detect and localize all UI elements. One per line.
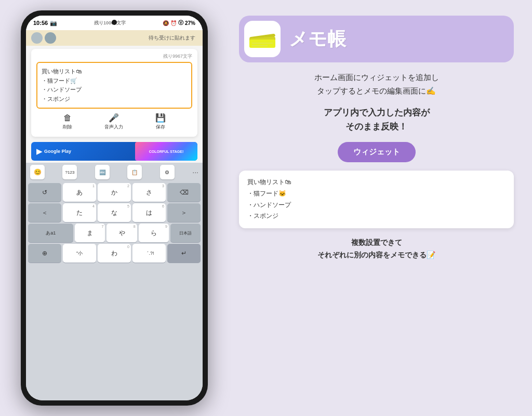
widget-preview: 買い物リスト🛍 ・猫フード🐱 ・ハンドソープ ・スポンジ (239, 171, 514, 228)
app-icon (244, 21, 281, 57)
translate-toolbar-btn[interactable]: 🔤 (95, 165, 110, 179)
key-sa[interactable]: 3さ (132, 183, 166, 202)
key-ra[interactable]: 9ら (139, 224, 169, 242)
voice-input-button[interactable]: 🎤 音声入力 (104, 113, 123, 131)
key-row-2: ＜ 4た 5な 6は ＞ (28, 203, 201, 222)
memo-char-count: 残り9967文字 (36, 53, 192, 60)
svg-rect-2 (249, 40, 275, 48)
feature-text-2: アプリ内で入力した内容が そのまま反映！ (239, 106, 514, 134)
settings-toolbar-btn[interactable]: ⚙ (160, 165, 175, 179)
key-left[interactable]: ＜ (28, 203, 61, 222)
key-ha[interactable]: 6は (132, 203, 166, 222)
keyboard-toolbar: 😊 ?123 🔤 📋 ⚙ ··· (26, 163, 203, 181)
app-title: メモ帳 (289, 27, 346, 52)
wallpaper-label: 待ち受けに貼れます (149, 34, 195, 42)
trash-icon: 🗑 (63, 113, 72, 123)
memo-container: 残り9967文字 買い物リスト🛍 ・猫フード🛒 ・ハンドソープ ・スポンジ 🗑 … (31, 49, 197, 137)
key-a[interactable]: 1あ (63, 183, 96, 202)
avatars (31, 32, 56, 44)
save-button[interactable]: 💾 保存 (155, 113, 166, 131)
memo-actions: 🗑 削除 🎤 音声入力 💾 保存 (36, 109, 192, 133)
key-row-4: ⊕ "小 0わ ゛.?! ↵ (28, 244, 201, 263)
phone-screen: 10:56 📷 残り10000文字 🔕 ⏰ Ⓥ 27% 待ち受けに貼れます (26, 16, 203, 400)
key-row-3: あa1 7ま 8や 9ら 日本語 (28, 224, 201, 242)
avatar-1 (31, 32, 43, 44)
key-ma[interactable]: 7ま (75, 224, 105, 242)
colorful-stage-ad: COLORFUL STAGE! (135, 142, 197, 161)
info-section: メモ帳 ホーム画面にウィジェットを追加し タップするとメモの編集画面に✍ アプリ… (229, 0, 532, 416)
status-icons: 🔕 ⏰ Ⓥ 27% (163, 19, 195, 27)
app-header: 待ち受けに貼れます (26, 30, 203, 46)
memo-textarea[interactable]: 買い物リスト🛍 ・猫フード🛒 ・ハンドソープ ・スポンジ (36, 62, 192, 109)
key-enter[interactable]: ↵ (167, 244, 201, 263)
google-play-banner[interactable]: ▶ Google Play COLORFUL STAGE! (31, 142, 197, 161)
key-wa[interactable]: 0わ (98, 244, 131, 263)
toolbar-more[interactable]: ··· (192, 168, 198, 176)
status-time: 10:56 📷 (33, 20, 57, 27)
remaining-chars-top: 残り10000文字 (94, 20, 126, 27)
widget-button[interactable]: ウィジェット (338, 142, 416, 162)
app-title-row: メモ帳 (239, 16, 514, 62)
mic-icon: 🎤 (109, 113, 119, 123)
feature-text-1: ホーム画面にウィジェットを追加し タップするとメモの編集画面に✍ (239, 71, 514, 97)
save-icon: 💾 (155, 113, 166, 123)
key-na[interactable]: 5な (98, 203, 131, 222)
bottom-text: 複数設置できて それぞれに別の内容をメモできる📝 (239, 237, 514, 262)
key-jp[interactable]: 日本語 (170, 224, 201, 242)
delete-button[interactable]: 🗑 削除 (63, 113, 72, 131)
clipboard-toolbar-btn[interactable]: 📋 (127, 165, 142, 179)
key-ta[interactable]: 4た (63, 203, 96, 222)
emoji-toolbar-btn[interactable]: 😊 (30, 165, 45, 179)
key-mode[interactable]: あa1 (28, 224, 73, 242)
google-play-logo: ▶ Google Play (36, 147, 71, 155)
key-row-1: ↺ 1あ 2か 3さ ⌫ (28, 183, 201, 202)
key-ka[interactable]: 2か (98, 183, 131, 202)
symbols-toolbar-btn[interactable]: ?123 (62, 165, 77, 179)
phone-section: 10:56 📷 残り10000文字 🔕 ⏰ Ⓥ 27% 待ち受けに貼れます (0, 0, 229, 416)
key-small[interactable]: "小 (63, 244, 96, 263)
key-punct[interactable]: ゛.?! (132, 244, 166, 263)
japanese-keyboard: ↺ 1あ 2か 3さ ⌫ ＜ 4た (26, 181, 203, 400)
key-refresh[interactable]: ↺ (28, 183, 61, 202)
avatar-2 (45, 32, 56, 44)
notepad-icon-svg (247, 26, 278, 52)
key-globe[interactable]: ⊕ (28, 244, 61, 263)
key-ya[interactable]: 8や (107, 224, 137, 242)
phone-mockup: 10:56 📷 残り10000文字 🔕 ⏰ Ⓥ 27% 待ち受けに貼れます (21, 10, 208, 406)
key-backspace[interactable]: ⌫ (167, 183, 201, 202)
camera-notch (112, 20, 117, 25)
key-right[interactable]: ＞ (167, 203, 201, 222)
